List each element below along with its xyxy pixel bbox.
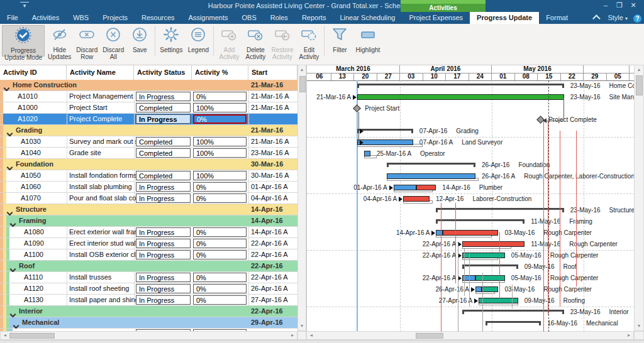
activity-id-cell[interactable]: A1110 — [24, 272, 43, 283]
scroll-left-icon[interactable]: ◂ — [1, 332, 9, 339]
table-row[interactable]: A1000Project StartCompleted100%21-Mar-16… — [0, 102, 297, 114]
delete-activity-button[interactable]: Delete Activity — [243, 25, 268, 57]
activity-status-cell[interactable]: In Progress — [136, 114, 191, 124]
table-row[interactable]: A1010Project ManagementIn Progress0%21-M… — [0, 91, 297, 102]
activity-start-cell[interactable]: 22-Apr-16 A — [251, 238, 288, 249]
table-group-row[interactable]: Roof22-Apr-16 — [0, 261, 297, 272]
scroll-left-icon[interactable]: ◂ — [308, 332, 315, 339]
table-row[interactable]: A1130Install paper and shinglesIn Progre… — [0, 295, 297, 306]
settings-button[interactable]: Settings — [158, 25, 184, 57]
gantt-bar[interactable] — [443, 230, 499, 236]
activity-name-cell[interactable]: Install roof sheeting — [69, 283, 129, 294]
activity-name-cell[interactable]: Install fondation forms — [69, 170, 137, 181]
activity-pct-complete-cell[interactable]: 0% — [193, 284, 247, 293]
activity-pct-complete-cell[interactable]: 0% — [193, 250, 247, 259]
activity-status-cell[interactable]: Completed — [136, 103, 191, 112]
activity-id-cell[interactable]: A1100 — [24, 249, 43, 260]
gantt-horizontal-scrollbar[interactable]: ◂ ▸ — [306, 331, 634, 340]
activity-id-cell[interactable]: A1090 — [24, 238, 44, 249]
activity-id-cell[interactable]: A1010 — [18, 91, 38, 102]
minimize-button[interactable]: – — [599, 1, 613, 9]
scroll-right-icon[interactable]: ▸ — [289, 332, 296, 339]
activity-pct-complete-cell[interactable]: 100% — [193, 171, 247, 180]
tab-assignments[interactable]: Assignments — [182, 12, 235, 24]
table-row[interactable]: A1030Survey and mark out siteCompleted10… — [0, 136, 297, 148]
activity-pct-complete-cell[interactable]: 100% — [193, 137, 247, 146]
activity-status-cell[interactable]: In Progress — [136, 182, 191, 192]
column-header-activity-name[interactable]: Activity Name — [67, 65, 134, 80]
table-vertical-scrollbar[interactable]: ▴ ▾ — [297, 65, 306, 331]
table-row[interactable]: A1080Erect exterior wall framesIn Progre… — [0, 227, 297, 238]
activity-name-cell[interactable]: Survey and mark out site — [69, 136, 146, 147]
gantt-summary-bar[interactable] — [387, 163, 475, 167]
tab-project-expenses[interactable]: Project Expenses — [402, 12, 470, 24]
scroll-down-icon[interactable]: ▾ — [298, 322, 306, 330]
gantt-bar[interactable] — [416, 185, 436, 190]
tab-obs[interactable]: OBS — [235, 12, 264, 24]
tab-projects[interactable]: Projects — [96, 12, 135, 24]
save-button[interactable]: Save — [127, 25, 152, 57]
tab-reports[interactable]: Reports — [295, 12, 333, 24]
activity-name-cell[interactable]: Install slab plumbing — [69, 182, 132, 192]
activity-name-cell[interactable]: Install trusses — [69, 272, 111, 283]
activity-start-cell[interactable]: 14-Apr-16 A — [251, 227, 288, 237]
scroll-up-icon[interactable]: ▴ — [298, 66, 306, 74]
table-group-row[interactable]: Framing14-Apr-16 — [0, 215, 297, 227]
gantt-bar[interactable] — [475, 286, 482, 292]
scroll-down-icon[interactable]: ▾ — [635, 322, 643, 330]
activity-start-cell[interactable]: 21-Mar-16 A — [251, 91, 289, 102]
progress-update-mode-button[interactable]: Progress Update Mode — [2, 25, 45, 57]
table-row[interactable]: A1100Install OSB exterior claddingIn Pro… — [0, 249, 297, 261]
highlight-button[interactable]: Highlight — [353, 25, 382, 57]
style-dropdown-icon[interactable]: ▾ — [625, 16, 628, 21]
activity-start-cell[interactable]: 04-Apr-16 A — [251, 193, 288, 204]
table-row[interactable]: A1060Install slab plumbingIn Progress0%0… — [0, 182, 297, 193]
activity-pct-complete-cell[interactable]: 0% — [193, 295, 247, 305]
column-header-start[interactable]: Start — [248, 65, 297, 80]
gantt-bar[interactable] — [357, 94, 564, 100]
activity-id-cell[interactable]: A1040 — [21, 148, 41, 158]
table-group-row[interactable]: Interior22-Apr-16 — [0, 306, 297, 317]
activity-start-cell[interactable]: 21-Mar-16 A — [251, 102, 289, 113]
tab-file[interactable]: File — [0, 12, 25, 24]
tab-roles[interactable]: Roles — [264, 12, 295, 24]
edit-activity-button[interactable]: Edit Activity — [296, 25, 321, 57]
activity-id-cell[interactable]: A1050 — [21, 170, 41, 181]
activity-pct-complete-cell[interactable]: 0% — [193, 92, 247, 101]
activity-status-cell[interactable]: Completed — [136, 148, 191, 158]
table-group-row[interactable]: Home Construction21-Mar-16 — [0, 80, 297, 91]
gantt-summary-bar[interactable] — [357, 84, 564, 88]
activity-id-cell[interactable]: A1130 — [24, 295, 43, 305]
activity-name-cell[interactable]: Project Start — [69, 102, 108, 113]
maximize-button[interactable]: ❐ — [613, 1, 626, 9]
gantt-summary-bar[interactable] — [357, 129, 413, 133]
activity-status-cell[interactable]: In Progress — [136, 295, 191, 305]
column-header-activity-%-complete[interactable]: Activity % Complete — [192, 65, 248, 80]
legend-button[interactable]: Legend — [186, 25, 211, 57]
tab-wbs[interactable]: WBS — [66, 12, 96, 24]
activity-status-cell[interactable]: In Progress — [136, 193, 191, 203]
gantt-bar[interactable] — [482, 286, 498, 292]
table-row[interactable]: A1040Grade siteCompleted100%23-Mar-16 A — [0, 148, 297, 159]
activity-start-cell[interactable]: 22-Apr-16 A — [251, 249, 288, 260]
activity-id-cell[interactable]: A1030 — [21, 136, 41, 147]
activity-status-cell[interactable]: In Progress — [136, 284, 191, 293]
activity-status-cell[interactable]: In Progress — [136, 92, 191, 101]
activity-id-cell[interactable]: A1120 — [24, 283, 43, 294]
help-icon[interactable]: ? — [633, 14, 641, 23]
activity-id-cell[interactable]: A1020 — [18, 114, 38, 124]
gantt-bar[interactable] — [364, 151, 370, 156]
gantt-bar[interactable] — [357, 139, 413, 145]
tab-linear-scheduling[interactable]: Linear Scheduling — [333, 12, 402, 24]
table-row[interactable]: A1050Install fondation formsCompleted100… — [0, 170, 297, 182]
tab-activities[interactable]: Activities — [25, 12, 66, 24]
gantt-bar[interactable] — [462, 241, 525, 247]
activity-status-cell[interactable]: Completed — [136, 171, 191, 180]
activity-status-cell[interactable]: In Progress — [136, 273, 191, 282]
activity-pct-complete-cell[interactable]: 0% — [193, 273, 247, 282]
contextual-tab-activities[interactable]: Activities — [401, 0, 486, 12]
table-hscroll-thumb[interactable] — [9, 333, 55, 339]
table-horizontal-scrollbar[interactable]: ◂ ▸ — [0, 331, 297, 340]
table-group-row[interactable]: Mechanical29-Apr-16 — [0, 317, 297, 329]
activity-pct-complete-cell[interactable]: 0% — [193, 227, 247, 237]
